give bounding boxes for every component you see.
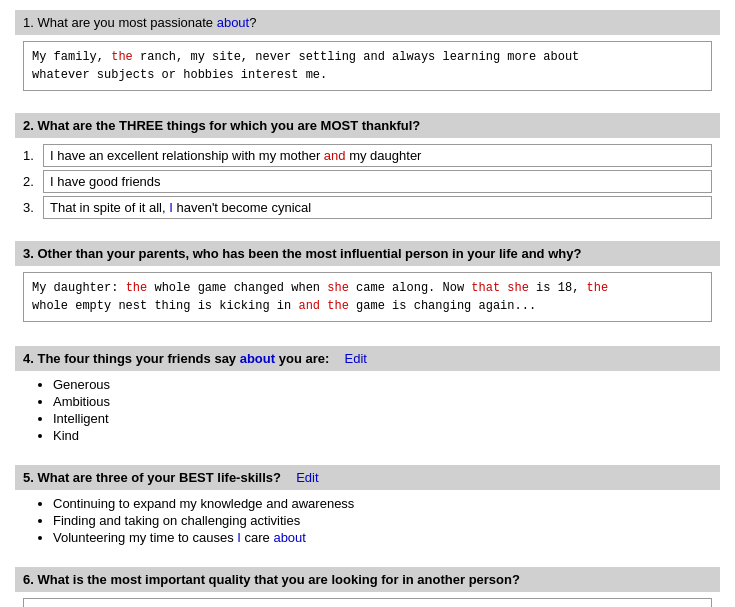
- section-q3-header: 3. Other than your parents, who has been…: [15, 241, 720, 266]
- section-q3: 3. Other than your parents, who has been…: [15, 241, 720, 334]
- q4-item-intelligent: Intelligent: [53, 411, 712, 426]
- section-q1-header: 1. What are you most passionate about?: [15, 10, 720, 35]
- section-q4-header: 4. The four things your friends say abou…: [15, 346, 720, 371]
- q4-list: Generous Ambitious Intelligent Kind: [23, 377, 712, 443]
- q5-item-3: Volunteering my time to causes I care ab…: [53, 530, 712, 545]
- q2-item-1: 1. I have an excellent relationship with…: [23, 144, 712, 167]
- q3-answer: My daughter: the whole game changed when…: [23, 272, 712, 322]
- q1-question: What are you most passionate about?: [37, 15, 256, 30]
- section-q2-header: 2. What are the THREE things for which y…: [15, 113, 720, 138]
- q1-number: 1.: [23, 15, 37, 30]
- q5-question: 5. What are three of your BEST life-skil…: [23, 470, 281, 485]
- q5-edit-link[interactable]: Edit: [289, 470, 319, 485]
- q6-answer: Honesty - not the type where you can't t…: [23, 598, 712, 607]
- q2-item-2: 2. I have good friends: [23, 170, 712, 193]
- q1-answer: My family, the ranch, my site, never set…: [23, 41, 712, 91]
- section-q5: 5. What are three of your BEST life-skil…: [15, 465, 720, 555]
- q2-list: 1. I have an excellent relationship with…: [23, 144, 712, 219]
- q4-edit-link[interactable]: Edit: [337, 351, 367, 366]
- section-q6: 6. What is the most important quality th…: [15, 567, 720, 607]
- q5-item-1: Continuing to expand my knowledge and aw…: [53, 496, 712, 511]
- q2-item-3: 3. That in spite of it all, I haven't be…: [23, 196, 712, 219]
- q4-question: 4. The four things your friends say abou…: [23, 351, 329, 366]
- q4-item-kind: Kind: [53, 428, 712, 443]
- section-q1: 1. What are you most passionate about? M…: [15, 10, 720, 101]
- q4-item-ambitious: Ambitious: [53, 394, 712, 409]
- section-q4: 4. The four things your friends say abou…: [15, 346, 720, 453]
- q4-item-generous: Generous: [53, 377, 712, 392]
- page-container: 1. What are you most passionate about? M…: [0, 0, 735, 607]
- q5-item-2: Finding and taking on challenging activi…: [53, 513, 712, 528]
- section-q2: 2. What are the THREE things for which y…: [15, 113, 720, 229]
- section-q6-header: 6. What is the most important quality th…: [15, 567, 720, 592]
- section-q5-header: 5. What are three of your BEST life-skil…: [15, 465, 720, 490]
- q5-list: Continuing to expand my knowledge and aw…: [23, 496, 712, 545]
